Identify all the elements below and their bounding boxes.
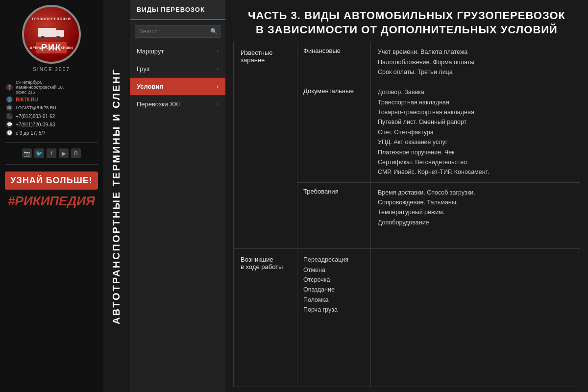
- col2-arising: Переадресация Отмена Отсрочка Опаздание …: [297, 249, 371, 387]
- divider2: [5, 164, 98, 165]
- contact-section: 📍 С-Петербург,Каменноостровский 10,офис …: [0, 77, 103, 139]
- clock-icon: 🕐: [6, 129, 13, 136]
- subrow-doc: Документальные Договор. Заявка Транспорт…: [297, 82, 580, 182]
- col3-doc: Договор. Заявка Транспортная накладная Т…: [371, 82, 580, 182]
- website-text: RIK78.RU: [16, 97, 38, 102]
- logo-arc-top: ГРУЗОПЕРЕВОЗКИ: [32, 17, 71, 21]
- subcols-2: Переадресация Отмена Отсрочка Опаздание …: [297, 249, 580, 387]
- phone1-text: +7(812)603-61-62: [16, 114, 55, 119]
- hours-text: с 9 до 17, 5/7: [16, 130, 46, 136]
- menu-panel: ВИДЫ ПЕРЕВОЗОК 🔍 Маршрут › Груз › Услови…: [130, 0, 225, 392]
- globe-icon: 🌐: [6, 96, 13, 103]
- menu-item-marshrut[interactable]: Маршрут ›: [130, 43, 225, 60]
- twitter-icon[interactable]: 🐦: [34, 148, 44, 158]
- subcols-1: Финансовые Учет времени. Валюта платежа …: [297, 42, 580, 248]
- col2-req: Требования: [297, 183, 371, 249]
- contact-phone2[interactable]: 💬 +7(911)720-09-63: [6, 121, 97, 128]
- svg-rect-1: [56, 30, 64, 37]
- row1-col1-text: Известные заранее: [241, 49, 290, 64]
- facebook-icon[interactable]: f: [47, 148, 56, 158]
- phone-icon: 📞: [6, 113, 13, 120]
- uzna-badge[interactable]: УЗНАЙ БОЛЬШЕ!: [5, 172, 98, 190]
- whatsapp-icon: 💬: [6, 121, 13, 128]
- social-icons: 📷 🐦 f ▶ В: [17, 146, 86, 161]
- phone2-text: +7(911)720-09-63: [16, 122, 55, 127]
- menu-item-label: Маршрут: [137, 48, 164, 55]
- youtube-icon[interactable]: ▶: [59, 148, 69, 158]
- col3-req: Время доставки. Способ загрузки. Сопрово…: [371, 183, 580, 249]
- svg-point-5: [57, 37, 59, 39]
- email-icon: ✉: [6, 104, 13, 111]
- search-icon: 🔍: [210, 28, 218, 35]
- logo-arc-bottom: АРЕНДА СПЕЦТЕХНИКИ: [30, 46, 73, 49]
- subrow-req: Требования Время доставки. Способ загруз…: [297, 183, 580, 249]
- divider: [5, 142, 98, 143]
- col2-financial: Финансовые: [297, 42, 371, 82]
- chevron-right-icon: ›: [217, 66, 219, 72]
- contact-website[interactable]: 🌐 RIK78.RU: [6, 96, 97, 103]
- table-row-1: Известные заранее Финансовые Учет времен…: [234, 42, 580, 249]
- col1-arising: Возникшие в ходе работы: [234, 249, 297, 387]
- arising-col2-text: Переадресация Отмена Отсрочка Опаздание …: [303, 256, 348, 313]
- chevron-right-icon: ›: [217, 49, 219, 54]
- content-title: ЧАСТЬ 3. ВИДЫ АВТОМОБИЛЬНЫХ ГРУЗОПЕРЕВОЗ…: [225, 0, 588, 42]
- col3-financial: Учет времени. Валюта платежа Налогооблож…: [371, 42, 580, 82]
- data-table: Известные заранее Финансовые Учет времен…: [233, 42, 580, 387]
- svg-point-3: [42, 37, 44, 39]
- search-input[interactable]: [135, 25, 220, 38]
- vertical-banner-text: АВТОТРАНСПОРТНЫЕ ТЕРМИНЫ И СЛЕНГ: [111, 68, 122, 324]
- instagram-icon[interactable]: 📷: [22, 148, 32, 158]
- email-text: LOGIST@RIK78.RU: [16, 105, 56, 110]
- promo-section: УЗНАЙ БОЛЬШЕ! #РИКИПЕДИЯ: [0, 168, 103, 213]
- logo-circle: ГРУЗОПЕРЕВОЗКИ РИК АРЕНДА СПЕЦТЕХНИКИ: [22, 5, 81, 64]
- address-text: С-Петербург,Каменноостровский 10,офис 21…: [16, 80, 64, 95]
- contact-hours: 🕐 с 9 до 17, 5/7: [6, 129, 97, 136]
- logo-area: ГРУЗОПЕРЕВОЗКИ РИК АРЕНДА СПЕЦТЕХНИКИ SI…: [22, 5, 81, 72]
- req-label: Требования: [303, 188, 339, 195]
- truck-icon: [37, 24, 66, 41]
- req-text: Время доставки. Способ загрузки. Сопрово…: [378, 189, 475, 226]
- financial-text: Учет времени. Валюта платежа Налогооблож…: [378, 49, 474, 75]
- vk-icon[interactable]: В: [71, 148, 81, 158]
- col1-known: Известные заранее: [234, 42, 297, 248]
- menu-item-gruz[interactable]: Груз ›: [130, 60, 225, 78]
- col3-arising: [371, 249, 580, 387]
- chevron-right-icon: ›: [217, 84, 219, 89]
- contact-email[interactable]: ✉ LOGIST@RIK78.RU: [6, 104, 97, 111]
- since-badge: SINCE 2007: [33, 67, 70, 72]
- col2-doc: Документальные: [297, 82, 371, 182]
- page-title: ЧАСТЬ 3. ВИДЫ АВТОМОБИЛЬНЫХ ГРУЗОПЕРЕВОЗ…: [237, 9, 576, 37]
- table-row-2: Возникшие в ходе работы Переадресация От…: [234, 249, 580, 387]
- content-area: ЧАСТЬ 3. ВИДЫ АВТОМОБИЛЬНЫХ ГРУЗОПЕРЕВОЗ…: [225, 0, 588, 392]
- chevron-right-icon: ›: [217, 101, 219, 107]
- subrow-financial: Финансовые Учет времени. Валюта платежа …: [297, 42, 580, 82]
- contact-phone1[interactable]: 📞 +7(812)603-61-62: [6, 113, 97, 120]
- menu-item-perevozki[interactable]: Перевозки XXI ›: [130, 96, 225, 113]
- location-icon: 📍: [6, 84, 13, 91]
- menu-item-usloviya[interactable]: Условия ›: [130, 78, 225, 96]
- menu-search[interactable]: 🔍: [135, 25, 220, 38]
- menu-item-label: Груз: [137, 65, 149, 73]
- hashtag-rik: #РИКИПЕДИЯ: [5, 194, 98, 209]
- menu-item-label: Перевозки XXI: [137, 100, 180, 108]
- contact-address: 📍 С-Петербург,Каменноостровский 10,офис …: [6, 80, 97, 95]
- table-area: Известные заранее Финансовые Учет времен…: [225, 42, 588, 392]
- menu-items: Маршрут › Груз › Условия › Перевозки XXI…: [130, 43, 225, 113]
- menu-item-label: Условия: [137, 83, 163, 90]
- svg-rect-0: [38, 28, 56, 37]
- doc-label: Документальные: [303, 87, 354, 95]
- financial-label: Финансовые: [303, 47, 341, 54]
- vertical-banner: АВТОТРАНСПОРТНЫЕ ТЕРМИНЫ И СЛЕНГ: [103, 0, 130, 392]
- left-sidebar: ГРУЗОПЕРЕВОЗКИ РИК АРЕНДА СПЕЦТЕХНИКИ SI…: [0, 0, 103, 392]
- row2-col1-text: Возникшие в ходе работы: [241, 256, 283, 270]
- doc-text: Договор. Заявка Транспортная накладная Т…: [378, 89, 489, 175]
- menu-header: ВИДЫ ПЕРЕВОЗОК: [130, 0, 225, 20]
